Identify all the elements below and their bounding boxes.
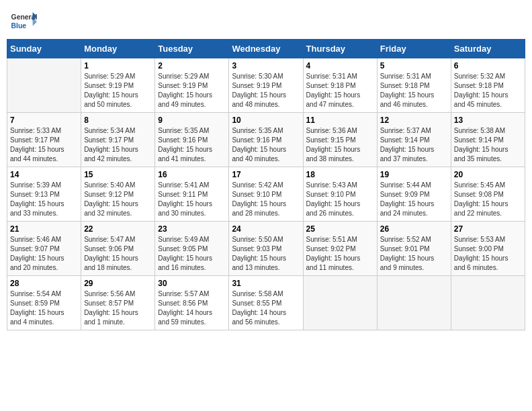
day-number: 8	[84, 116, 152, 125]
calendar-week-row: 21Sunrise: 5:46 AM Sunset: 9:07 PM Dayli…	[7, 222, 525, 276]
day-number: 12	[380, 116, 448, 125]
calendar-cell	[377, 276, 451, 330]
calendar-cell: 28Sunrise: 5:54 AM Sunset: 8:59 PM Dayli…	[7, 276, 81, 330]
day-info: Sunrise: 5:43 AM Sunset: 9:10 PM Dayligh…	[306, 181, 374, 218]
day-info: Sunrise: 5:40 AM Sunset: 9:12 PM Dayligh…	[84, 181, 152, 218]
column-header-tuesday: Tuesday	[155, 40, 229, 58]
day-number: 28	[10, 279, 78, 288]
calendar-cell: 15Sunrise: 5:40 AM Sunset: 9:12 PM Dayli…	[81, 167, 155, 222]
day-info: Sunrise: 5:29 AM Sunset: 9:19 PM Dayligh…	[158, 72, 226, 109]
calendar-cell: 1Sunrise: 5:29 AM Sunset: 9:19 PM Daylig…	[81, 58, 155, 113]
calendar-header-row: SundayMondayTuesdayWednesdayThursdayFrid…	[7, 40, 525, 58]
calendar-cell: 25Sunrise: 5:51 AM Sunset: 9:02 PM Dayli…	[303, 222, 377, 276]
day-number: 18	[306, 170, 374, 179]
day-info: Sunrise: 5:42 AM Sunset: 9:10 PM Dayligh…	[232, 181, 300, 218]
calendar-cell: 23Sunrise: 5:49 AM Sunset: 9:05 PM Dayli…	[155, 222, 229, 276]
day-info: Sunrise: 5:58 AM Sunset: 8:55 PM Dayligh…	[232, 289, 300, 327]
day-number: 14	[10, 170, 78, 179]
day-info: Sunrise: 5:31 AM Sunset: 9:18 PM Dayligh…	[306, 72, 374, 109]
calendar-cell: 10Sunrise: 5:35 AM Sunset: 9:16 PM Dayli…	[229, 113, 303, 167]
calendar-cell	[303, 276, 377, 330]
day-number: 22	[84, 224, 152, 234]
day-info: Sunrise: 5:29 AM Sunset: 9:19 PM Dayligh…	[84, 72, 152, 109]
day-number: 4	[306, 61, 374, 71]
calendar-cell	[7, 58, 81, 113]
day-number: 29	[84, 279, 152, 288]
day-info: Sunrise: 5:52 AM Sunset: 9:01 PM Dayligh…	[380, 235, 448, 273]
day-info: Sunrise: 5:47 AM Sunset: 9:06 PM Dayligh…	[84, 235, 152, 273]
calendar-cell: 31Sunrise: 5:58 AM Sunset: 8:55 PM Dayli…	[229, 276, 303, 330]
day-info: Sunrise: 5:41 AM Sunset: 9:11 PM Dayligh…	[158, 181, 226, 218]
day-number: 26	[380, 224, 448, 234]
day-number: 17	[232, 170, 300, 179]
day-info: Sunrise: 5:37 AM Sunset: 9:14 PM Dayligh…	[380, 126, 448, 164]
day-number: 3	[232, 61, 300, 71]
day-info: Sunrise: 5:56 AM Sunset: 8:57 PM Dayligh…	[84, 289, 152, 327]
day-number: 19	[380, 170, 448, 179]
day-number: 31	[232, 279, 300, 288]
day-number: 13	[454, 116, 522, 125]
logo: General Blue	[10, 7, 40, 34]
calendar-cell: 19Sunrise: 5:44 AM Sunset: 9:09 PM Dayli…	[377, 167, 451, 222]
column-header-wednesday: Wednesday	[229, 40, 303, 58]
calendar-week-row: 28Sunrise: 5:54 AM Sunset: 8:59 PM Dayli…	[7, 276, 525, 330]
day-number: 15	[84, 170, 152, 179]
day-info: Sunrise: 5:53 AM Sunset: 9:00 PM Dayligh…	[454, 235, 522, 273]
day-info: Sunrise: 5:51 AM Sunset: 9:02 PM Dayligh…	[306, 235, 374, 273]
calendar-cell: 5Sunrise: 5:31 AM Sunset: 9:18 PM Daylig…	[377, 58, 451, 113]
day-number: 27	[454, 224, 522, 234]
calendar-cell: 9Sunrise: 5:35 AM Sunset: 9:16 PM Daylig…	[155, 113, 229, 167]
day-info: Sunrise: 5:46 AM Sunset: 9:07 PM Dayligh…	[10, 235, 78, 273]
column-header-thursday: Thursday	[303, 40, 377, 58]
calendar-cell: 30Sunrise: 5:57 AM Sunset: 8:56 PM Dayli…	[155, 276, 229, 330]
day-info: Sunrise: 5:44 AM Sunset: 9:09 PM Dayligh…	[380, 181, 448, 218]
calendar-cell: 13Sunrise: 5:38 AM Sunset: 9:14 PM Dayli…	[451, 113, 525, 167]
day-number: 10	[232, 116, 300, 125]
calendar-cell: 2Sunrise: 5:29 AM Sunset: 9:19 PM Daylig…	[155, 58, 229, 113]
day-number: 24	[232, 224, 300, 234]
day-info: Sunrise: 5:39 AM Sunset: 9:13 PM Dayligh…	[10, 181, 78, 218]
day-info: Sunrise: 5:32 AM Sunset: 9:18 PM Dayligh…	[454, 72, 522, 109]
day-info: Sunrise: 5:35 AM Sunset: 9:16 PM Dayligh…	[232, 126, 300, 164]
calendar-cell	[451, 276, 525, 330]
day-number: 20	[454, 170, 522, 179]
calendar-cell: 29Sunrise: 5:56 AM Sunset: 8:57 PM Dayli…	[81, 276, 155, 330]
day-info: Sunrise: 5:49 AM Sunset: 9:05 PM Dayligh…	[158, 235, 226, 273]
day-number: 1	[84, 61, 152, 71]
calendar-cell: 27Sunrise: 5:53 AM Sunset: 9:00 PM Dayli…	[451, 222, 525, 276]
day-number: 9	[158, 116, 226, 125]
calendar-cell: 26Sunrise: 5:52 AM Sunset: 9:01 PM Dayli…	[377, 222, 451, 276]
day-number: 23	[158, 224, 226, 234]
day-number: 30	[158, 279, 226, 288]
day-number: 11	[306, 116, 374, 125]
calendar-cell: 21Sunrise: 5:46 AM Sunset: 9:07 PM Dayli…	[7, 222, 81, 276]
column-header-friday: Friday	[377, 40, 451, 58]
svg-text:Blue: Blue	[11, 22, 27, 30]
calendar-week-row: 1Sunrise: 5:29 AM Sunset: 9:19 PM Daylig…	[7, 58, 525, 113]
day-info: Sunrise: 5:50 AM Sunset: 9:03 PM Dayligh…	[232, 235, 300, 273]
day-number: 21	[10, 224, 78, 234]
day-info: Sunrise: 5:34 AM Sunset: 9:17 PM Dayligh…	[84, 126, 152, 164]
day-number: 16	[158, 170, 226, 179]
calendar-cell: 12Sunrise: 5:37 AM Sunset: 9:14 PM Dayli…	[377, 113, 451, 167]
column-header-sunday: Sunday	[7, 40, 81, 58]
calendar-cell: 24Sunrise: 5:50 AM Sunset: 9:03 PM Dayli…	[229, 222, 303, 276]
day-number: 7	[10, 116, 78, 125]
calendar-cell: 16Sunrise: 5:41 AM Sunset: 9:11 PM Dayli…	[155, 167, 229, 222]
calendar-week-row: 14Sunrise: 5:39 AM Sunset: 9:13 PM Dayli…	[7, 167, 525, 222]
calendar-cell: 4Sunrise: 5:31 AM Sunset: 9:18 PM Daylig…	[303, 58, 377, 113]
day-info: Sunrise: 5:54 AM Sunset: 8:59 PM Dayligh…	[10, 289, 78, 327]
calendar-cell: 11Sunrise: 5:36 AM Sunset: 9:15 PM Dayli…	[303, 113, 377, 167]
day-info: Sunrise: 5:38 AM Sunset: 9:14 PM Dayligh…	[454, 126, 522, 164]
calendar-cell: 8Sunrise: 5:34 AM Sunset: 9:17 PM Daylig…	[81, 113, 155, 167]
column-header-saturday: Saturday	[451, 40, 525, 58]
day-number: 6	[454, 61, 522, 71]
page-header: General Blue	[7, 7, 525, 34]
day-info: Sunrise: 5:35 AM Sunset: 9:16 PM Dayligh…	[158, 126, 226, 164]
calendar-table: SundayMondayTuesdayWednesdayThursdayFrid…	[7, 39, 525, 330]
calendar-cell: 22Sunrise: 5:47 AM Sunset: 9:06 PM Dayli…	[81, 222, 155, 276]
day-info: Sunrise: 5:57 AM Sunset: 8:56 PM Dayligh…	[158, 289, 226, 327]
day-info: Sunrise: 5:33 AM Sunset: 9:17 PM Dayligh…	[10, 126, 78, 164]
day-info: Sunrise: 5:31 AM Sunset: 9:18 PM Dayligh…	[380, 72, 448, 109]
calendar-cell: 20Sunrise: 5:45 AM Sunset: 9:08 PM Dayli…	[451, 167, 525, 222]
